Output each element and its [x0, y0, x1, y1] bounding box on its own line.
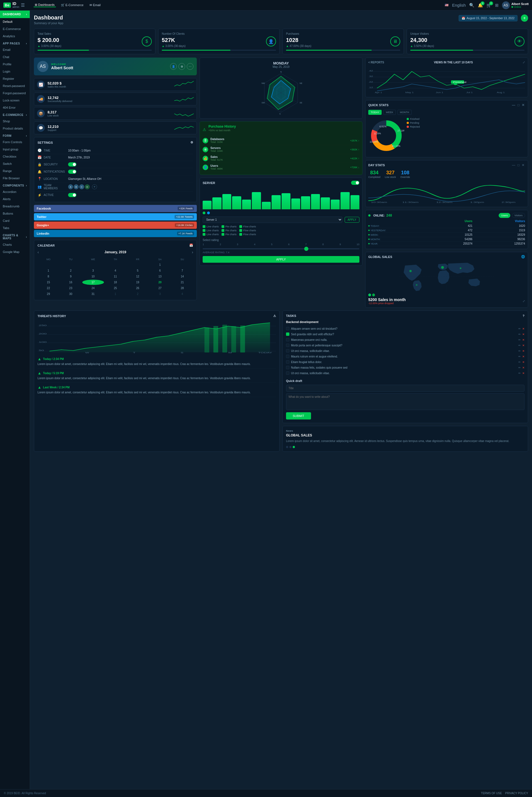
cal-day[interactable]: 1 — [38, 268, 59, 273]
sidebar-item-google-map[interactable]: Google Map — [0, 248, 30, 255]
sidebar-item-buttons[interactable]: Buttons — [0, 210, 30, 217]
nav-email[interactable]: ✉ Email — [89, 3, 102, 7]
sidebar-item-default[interactable]: Default — [0, 18, 30, 25]
sidebar-item-forgot-password[interactable]: Forgot-password — [0, 90, 30, 97]
draft-body-input[interactable] — [286, 393, 525, 410]
task-checkbox-2[interactable] — [286, 338, 289, 341]
ds-expand[interactable]: □ — [517, 163, 520, 167]
task-edit-4[interactable]: ✏ — [518, 349, 520, 353]
chart-cb-1-1[interactable]: Pie charts — [222, 229, 236, 232]
sidebar-item-charts[interactable]: Charts — [0, 241, 30, 248]
task-edit-2[interactable]: ✏ — [518, 338, 520, 341]
social-card-linkedin[interactable]: LinkedIn +7.1K Feeds — [34, 230, 197, 237]
expand-map-icon[interactable]: ⤢ — [522, 299, 525, 303]
qs-tab-month[interactable]: MONTH — [397, 110, 412, 115]
qs-tab-week[interactable]: WEEK — [383, 110, 396, 115]
task-checkbox-8[interactable] — [286, 372, 289, 375]
task-delete-4[interactable]: ✕ — [522, 349, 525, 353]
cal-day[interactable]: 2 — [127, 291, 148, 297]
submit-button[interactable]: SUBMIT — [286, 412, 311, 419]
cart-icon[interactable]: 🛒 2 — [487, 3, 492, 8]
sidebar-item-analytics[interactable]: Analytics — [0, 33, 30, 40]
cal-day[interactable]: 17 — [82, 280, 104, 285]
sidebar-item-input-group[interactable]: Input group — [0, 146, 30, 153]
sidebar-charts-header[interactable]: CHARTS & MAPS › — [0, 231, 30, 241]
task-checkbox-5[interactable] — [286, 355, 289, 358]
cal-day[interactable]: 7 — [171, 268, 193, 273]
task-delete-7[interactable]: ✕ — [522, 366, 525, 369]
ds-minimize[interactable]: — — [511, 163, 516, 167]
sidebar-item-email[interactable]: Email — [0, 46, 30, 53]
sidebar-item-file-browser[interactable]: File Browser — [0, 175, 30, 182]
cal-day[interactable]: 25 — [104, 285, 126, 291]
cal-day[interactable]: 18 — [104, 280, 126, 285]
add-button[interactable]: + — [521, 15, 528, 22]
cal-day[interactable]: 4 — [104, 268, 126, 273]
toggle-on[interactable] — [68, 170, 76, 174]
apply-button[interactable]: APPLY — [203, 256, 359, 263]
task-checkbox-4[interactable] — [286, 349, 289, 353]
news-dot-1[interactable] — [286, 446, 288, 448]
qs-expand[interactable]: □ — [517, 103, 520, 107]
news-dot-2[interactable] — [289, 446, 291, 448]
chart-cb-2-1[interactable]: Pie charts — [222, 233, 236, 236]
sidebar-dashboard-header[interactable]: DASHBOARD › — [0, 11, 30, 18]
sidebar-form-header[interactable]: FORM › — [0, 132, 30, 138]
sidebar-item-product-details[interactable]: Product details — [0, 125, 30, 132]
sidebar-item-range[interactable]: Range — [0, 167, 30, 175]
task-checkbox-0[interactable] — [286, 327, 289, 330]
task-edit-7[interactable]: ✏ — [518, 366, 520, 369]
sidebar-item-form-controls[interactable]: Form Controls — [0, 138, 30, 146]
sidebar-item-checkbox[interactable]: Checkbox — [0, 153, 30, 160]
cal-day[interactable]: 8 — [38, 274, 59, 279]
welcome-settings-icon[interactable]: ⚙ — [178, 63, 185, 70]
ds-close[interactable]: ✕ — [521, 163, 525, 167]
sidebar-ecommerce-header[interactable]: E-COMMERCE › — [0, 111, 30, 118]
cal-day[interactable]: 28 — [171, 285, 193, 291]
question-icon[interactable]: ? — [522, 314, 525, 318]
chart-cb-0-1[interactable]: Pie charts — [222, 225, 236, 228]
chart-cb-1-0[interactable]: Line charts — [203, 229, 219, 232]
task-edit-6[interactable]: ✏ — [518, 361, 520, 364]
sidebar-item-ecommerce[interactable]: E-Commerce — [0, 25, 30, 33]
online-tab-visitors[interactable]: Visitors — [512, 213, 525, 218]
cal-day[interactable]: 30 — [60, 291, 81, 297]
cal-day[interactable]: 11 — [104, 274, 126, 279]
task-checkbox-3[interactable] — [286, 344, 289, 347]
sidebar-item-breadcrumb[interactable]: Breadcrumb — [0, 203, 30, 210]
sidebar-item-switch[interactable]: Switch — [0, 160, 30, 167]
welcome-more-icon[interactable]: ⋯ — [187, 63, 193, 70]
expand-icon[interactable]: ⤢ — [522, 61, 525, 64]
task-delete-8[interactable]: ✕ — [522, 372, 525, 375]
calendar-icon-btn[interactable]: 📅 — [189, 244, 193, 247]
cal-day[interactable]: 19 — [127, 280, 148, 285]
cal-day[interactable]: 9 — [60, 274, 81, 279]
cal-day[interactable]: 27 — [149, 285, 171, 291]
cal-day[interactable]: 14 — [171, 274, 193, 279]
terms-link[interactable]: TERMS OF USE — [481, 792, 502, 795]
cal-day[interactable]: 12 — [127, 274, 148, 279]
task-delete-5[interactable]: ✕ — [522, 355, 525, 358]
cal-day[interactable]: 31 — [82, 291, 104, 297]
sidebar-item-404[interactable]: 404 Error — [0, 104, 30, 111]
add-team-button[interactable]: + — [92, 184, 97, 189]
sidebar-item-card[interactable]: Card — [0, 217, 30, 224]
calendar-next[interactable]: › — [192, 250, 193, 254]
toggle-on[interactable] — [68, 162, 76, 167]
calendar-prev[interactable]: ‹ — [38, 250, 39, 254]
globe-icon[interactable]: 🌐 — [521, 255, 525, 259]
chart-cb-2-2[interactable]: Flow charts — [239, 233, 256, 236]
cal-day[interactable]: 1 — [104, 291, 126, 297]
chart-cb-2-0[interactable]: Line charts — [203, 233, 219, 236]
rating-slider[interactable] — [203, 248, 359, 249]
cal-day[interactable]: 23 — [60, 285, 81, 291]
hamburger-icon[interactable]: ☰ — [21, 2, 25, 8]
sidebar-item-lock-screen[interactable]: Lock-screen — [0, 97, 30, 104]
task-checkbox-6[interactable] — [286, 360, 289, 364]
cal-day[interactable]: 4 — [171, 291, 193, 297]
chart-cb-0-0[interactable]: Line charts — [203, 225, 219, 228]
sidebar-item-tabs[interactable]: Tabs — [0, 224, 30, 231]
server-select[interactable]: Server 1 Server 2 — [203, 216, 342, 223]
task-delete-6[interactable]: ✕ — [522, 361, 525, 364]
task-delete-2[interactable]: ✕ — [522, 338, 525, 341]
